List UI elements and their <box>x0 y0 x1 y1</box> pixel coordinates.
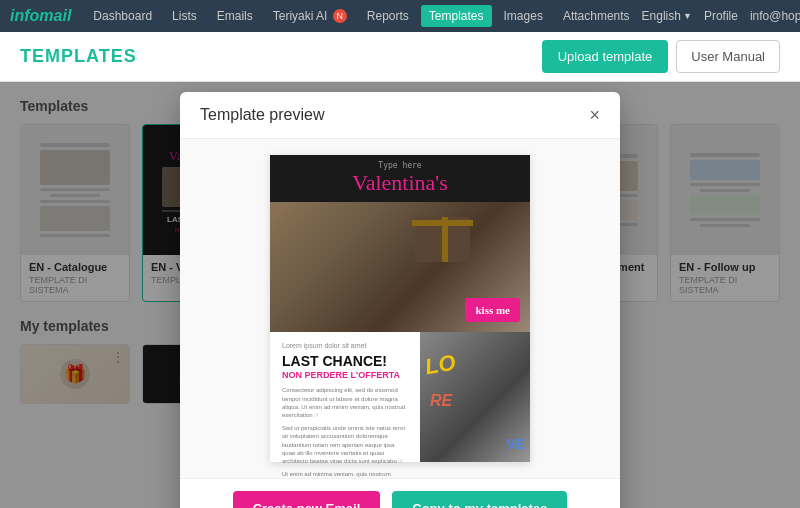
page-title: TEMPLATES <box>20 46 137 67</box>
main-content: Templates EN - Catalogue TEMPLATE DI SIS… <box>0 82 800 508</box>
app-logo[interactable]: infomail <box>10 7 71 25</box>
preview-title: Valentina's <box>276 170 524 196</box>
nav-lists[interactable]: Lists <box>164 5 205 27</box>
nav-reports[interactable]: Reports <box>359 5 417 27</box>
modal-overlay[interactable]: Template preview × Type here Valentina's <box>0 82 800 508</box>
preview-last-chance: LAST CHANCE! <box>282 353 408 370</box>
template-preview-content: Type here Valentina's kiss me <box>270 155 530 462</box>
nav-profile[interactable]: Profile <box>696 5 746 27</box>
ribbon-vertical <box>442 217 448 262</box>
modal-close-button[interactable]: × <box>589 106 600 124</box>
preview-para-1: Consectetur adipiscing elit, sed do eius… <box>282 386 408 420</box>
preview-para-3: Ut enim ad minima veniam, quis nostrum e… <box>282 470 408 479</box>
subheader-actions: Upload template User Manual <box>542 40 780 73</box>
nav-emails[interactable]: Emails <box>209 5 261 27</box>
preview-non-perdere: NON PERDERE L'OFFERTA <box>282 370 408 380</box>
preview-hero-image: kiss me <box>270 202 530 332</box>
graffiti-text-1: LO <box>423 350 458 381</box>
template-preview-modal: Template preview × Type here Valentina's <box>180 92 620 508</box>
user-manual-button[interactable]: User Manual <box>676 40 780 73</box>
copy-to-my-templates-button[interactable]: Copy to my templates <box>392 491 567 508</box>
preview-text-section: Lorem ipsum dolor sit amet LAST CHANCE! … <box>270 332 420 462</box>
hero-background: kiss me <box>270 202 530 332</box>
modal-footer: Create new Email Copy to my templates <box>180 478 620 508</box>
lang-label: English <box>642 9 681 23</box>
modal-title: Template preview <box>200 106 325 124</box>
nav-dashboard[interactable]: Dashboard <box>85 5 160 27</box>
nav-attachments[interactable]: Attachments <box>555 5 638 27</box>
preview-bottom-split: Lorem ipsum dolor sit amet LAST CHANCE! … <box>270 332 530 462</box>
kiss-me-tag: kiss me <box>465 298 520 322</box>
subheader: TEMPLATES Upload template User Manual <box>0 32 800 82</box>
graffiti-text-2: VE <box>506 436 525 452</box>
navbar-right: English ▼ Profile info@hoplo.com <box>642 5 800 27</box>
modal-body: Type here Valentina's kiss me <box>180 139 620 478</box>
logo-highlight: info <box>10 7 39 24</box>
preview-top-section: Type here Valentina's <box>270 155 530 202</box>
preview-type-name: Type here <box>276 161 524 170</box>
nav-images[interactable]: Images <box>496 5 551 27</box>
preview-graffiti-image: LO VE RE <box>420 332 530 462</box>
nav-email: info@hoplo.com <box>750 9 800 23</box>
preview-para-2: Sed ut perspiciatis unde omnis iste natu… <box>282 424 408 466</box>
preview-lorem: Lorem ipsum dolor sit amet <box>282 342 408 349</box>
navbar: infomail Dashboard Lists Emails Teriyaki… <box>0 0 800 32</box>
create-new-email-button[interactable]: Create new Email <box>233 491 381 508</box>
language-selector[interactable]: English ▼ <box>642 9 692 23</box>
nav-templates[interactable]: Templates <box>421 5 492 27</box>
modal-header: Template preview × <box>180 92 620 139</box>
nav-teriyaki[interactable]: Teriyaki AI N <box>265 5 355 28</box>
lang-arrow-icon: ▼ <box>683 11 692 21</box>
teriyaki-badge: N <box>333 9 347 23</box>
upload-template-button[interactable]: Upload template <box>542 40 669 73</box>
